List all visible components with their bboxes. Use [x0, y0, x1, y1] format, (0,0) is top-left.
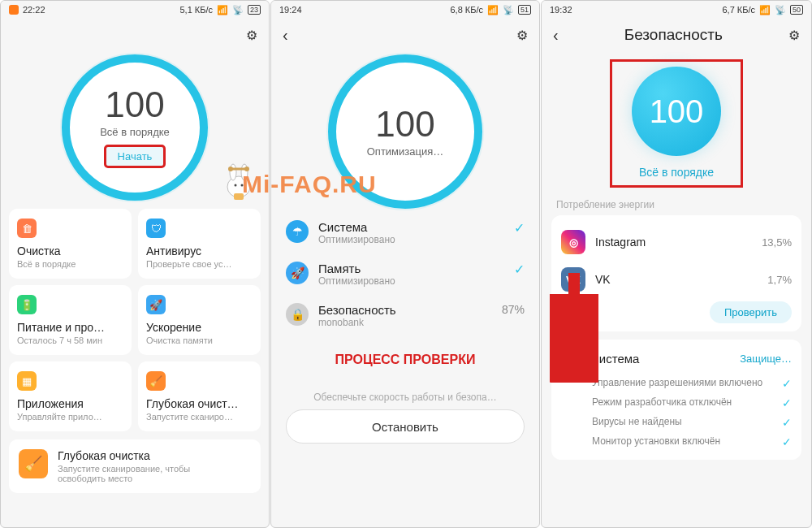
system-status: Защище… [740, 353, 792, 365]
status-net: 6,7 КБ/с [722, 5, 755, 15]
phone-screen-1: 22:22 5,1 КБ/с 📶 📡 23 ⚙ 100 Всё в порядк… [0, 0, 270, 528]
check-icon: ✓ [782, 435, 792, 448]
deep-clean-promo[interactable]: 🧹 Глубокая очистка Запустите сканировани… [9, 439, 261, 493]
phone-screen-2: 19:24 6,8 КБ/с 📶 📡 51 ‹ ⚙ 100 Оптимизаци… [270, 0, 540, 528]
check-button[interactable]: Проверить [710, 301, 792, 323]
top-bar: ‹ Безопасность ⚙ [542, 19, 811, 51]
tile-rocket[interactable]: 🚀 Ускорение Очистка памяти [138, 285, 261, 355]
signal-icon: 📶 [217, 5, 228, 15]
check-icon: ✓ [782, 396, 792, 409]
system-subitem: Режим разработчика отключён✓ [561, 393, 792, 413]
back-icon[interactable]: ‹ [283, 26, 288, 45]
tile-label: Антивирус [146, 245, 253, 258]
start-button[interactable]: Начать [104, 145, 166, 168]
subitem-text: Монитор установки включён [592, 435, 775, 448]
umbrella-icon: ☂ [286, 220, 309, 243]
broom-icon: 🧹 [146, 371, 166, 391]
score-ball: 100 [632, 67, 721, 156]
app-row[interactable]: ◎ Instagram 13,5% [561, 223, 792, 261]
status-time: 22:22 [23, 5, 45, 15]
promo-desc: Запустите сканирование, чтобы освободить… [58, 464, 236, 483]
score-subtitle: Всё в порядке [639, 166, 714, 179]
app-indicator-icon [9, 5, 19, 15]
check-icon: ✓ [782, 377, 792, 390]
signal-icon: 📶 [759, 5, 771, 15]
top-bar: ‹ ⚙ [271, 19, 539, 51]
promo-title: Глубокая очистка [58, 449, 236, 462]
gear-icon[interactable]: ⚙ [516, 28, 528, 43]
hint-text: Обеспечьте скорость работы и безопа… [271, 392, 539, 403]
app-name: Instagram [595, 236, 752, 249]
status-time: 19:32 [550, 5, 572, 15]
battery-icon: 🔋 [17, 295, 37, 314]
tile-label: Глубокая очист… [146, 397, 253, 410]
back-icon[interactable]: ‹ [553, 26, 559, 45]
wifi-icon: 📡 [232, 5, 244, 15]
row-desc: Оптимизировано [318, 234, 504, 245]
subitem-text: Управление разрешениями включено [592, 377, 775, 390]
lock-icon: 🔒 [286, 303, 309, 326]
system-title: Система [590, 352, 732, 366]
row-desc: Оптимизировано [318, 275, 504, 287]
row-title: Система [318, 220, 504, 234]
phone-screen-3: 19:32 6,7 КБ/с 📶 📡 50 ‹ Безопасность ⚙ 1… [541, 0, 812, 528]
row-value: 87% [502, 303, 525, 316]
caption-process: ПРОЦЕСС ПРОВЕРКИ [271, 353, 539, 367]
score-ring: 100 Оптимизация… [328, 54, 482, 209]
rocket-icon: 🚀 [286, 262, 309, 284]
app-icon: ◎ [561, 230, 585, 254]
status-net: 6,8 КБ/с [450, 5, 483, 15]
tile-desc: Управляйте прило… [17, 412, 123, 422]
opt-row: 🔒 Безопасностьmonobank87% [286, 295, 525, 336]
tile-label: Очистка [17, 245, 123, 258]
battery-icon: 23 [248, 5, 261, 15]
grid-icon: ▦ [17, 371, 37, 391]
app-pct: 1,7% [767, 274, 792, 286]
tile-shield[interactable]: 🛡 Антивирус Проверьте свое ус… [138, 209, 261, 279]
tile-broom[interactable]: 🧹 Глубокая очист… Запустите сканиро… [138, 361, 261, 431]
wifi-icon: 📡 [775, 5, 786, 15]
tile-label: Ускорение [146, 321, 253, 334]
row-desc: monobank [318, 317, 492, 328]
check-icon: ✓ [782, 416, 792, 429]
score-ring: 100 Всё в порядке Начать [62, 54, 208, 201]
tile-label: Питание и про… [17, 321, 123, 334]
row-title: Безопасность [318, 303, 492, 317]
rocket-icon: 🚀 [146, 295, 166, 314]
tile-battery[interactable]: 🔋 Питание и про… Осталось 7 ч 58 мин [9, 285, 132, 355]
score-value: 100 [375, 106, 434, 142]
shield-icon: 🛡 [146, 219, 166, 238]
system-subitem: Монитор установки включён✓ [561, 432, 792, 452]
status-net: 5,1 КБ/с [179, 5, 213, 15]
app-name: VK [595, 273, 758, 286]
tile-desc: Всё в порядке [17, 259, 123, 269]
status-bar: 19:24 6,8 КБ/с 📶 📡 51 [271, 1, 539, 19]
tile-desc: Запустите сканиро… [146, 412, 253, 422]
tile-desc: Осталось 7 ч 58 мин [17, 335, 123, 345]
score-highlight: 100 Всё в порядке [610, 59, 743, 188]
top-bar: ⚙ [1, 19, 269, 51]
stop-button[interactable]: Остановить [286, 409, 525, 444]
wifi-icon: 📡 [503, 5, 514, 15]
score-subtitle: Всё в порядке [100, 126, 170, 138]
broom-icon: 🧹 [19, 449, 48, 478]
tile-desc: Очистка памяти [146, 335, 253, 345]
subitem-text: Вирусы не найдены [592, 416, 775, 429]
signal-icon: 📶 [487, 5, 499, 15]
opt-row: 🚀 ПамятьОптимизировано✓ [286, 253, 525, 295]
app-pct: 13,5% [762, 236, 792, 249]
tile-label: Приложения [17, 397, 123, 410]
tile-grid[interactable]: ▦ Приложения Управляйте прило… [9, 361, 132, 431]
subitem-text: Режим разработчика отключён [592, 396, 775, 409]
gear-icon[interactable]: ⚙ [246, 28, 257, 43]
status-bar: 22:22 5,1 КБ/с 📶 📡 23 [1, 1, 269, 19]
row-title: Память [318, 262, 504, 275]
energy-header: Потребление энергии [542, 196, 811, 215]
red-arrow-icon [550, 269, 598, 383]
tile-trash[interactable]: 🗑 Очистка Всё в порядке [9, 209, 132, 279]
opt-row: ☂ СистемаОптимизировано✓ [286, 212, 525, 253]
page-title: Безопасность [624, 26, 723, 44]
score-subtitle: Оптимизация… [367, 145, 444, 158]
gear-icon[interactable]: ⚙ [788, 28, 800, 43]
status-bar: 19:32 6,7 КБ/с 📶 📡 50 [542, 1, 811, 19]
